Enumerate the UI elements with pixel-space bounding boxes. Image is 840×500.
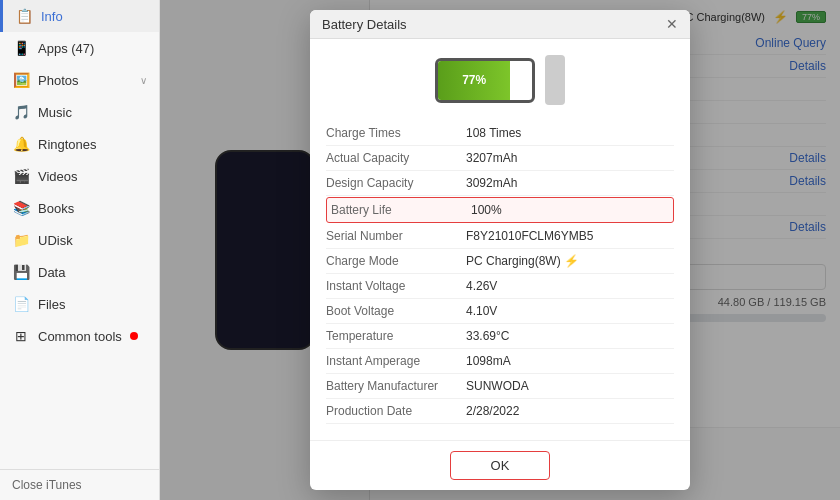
data-icon: 💾 [12, 264, 30, 280]
videos-icon: 🎬 [12, 168, 30, 184]
apps-icon: 📱 [12, 40, 30, 56]
sidebar-label-files: Files [38, 297, 65, 312]
dialog-overlay: Battery Details ✕ 77% Charge Times [160, 0, 840, 500]
common-icon: ⊞ [12, 328, 30, 344]
detail-actual-capacity-value: 3207mAh [466, 151, 517, 165]
detail-row-manufacturer: Battery Manufacturer SUNWODA [326, 374, 674, 399]
detail-temperature-value: 33.69°C [466, 329, 510, 343]
sidebar-label-common: Common tools [38, 329, 122, 344]
lightning-icon2: ⚡ [564, 254, 579, 268]
detail-instant-voltage-value: 4.26V [466, 279, 497, 293]
detail-row-production-date: Production Date 2/28/2022 [326, 399, 674, 424]
detail-chargemode-value: PC Charging(8W) ⚡ [466, 254, 579, 268]
detail-design-capacity-value: 3092mAh [466, 176, 517, 190]
books-icon: 📚 [12, 200, 30, 216]
detail-row-serial: Serial Number F8Y21010FCLM6YMB5 [326, 224, 674, 249]
dialog-close-button[interactable]: ✕ [666, 16, 678, 32]
detail-row-chargetimes: Charge Times 108 Times [326, 121, 674, 146]
sidebar-item-photos[interactable]: 🖼️ Photos ∨ [0, 64, 159, 96]
sidebar-label-data: Data [38, 265, 65, 280]
battery-outer: 77% [435, 58, 535, 103]
sidebar: 📋 Info 📱 Apps (47) 🖼️ Photos ∨ 🎵 Music 🔔… [0, 0, 160, 500]
battery-visual: 77% [326, 55, 674, 105]
dialog-title: Battery Details [322, 17, 407, 32]
detail-boot-voltage-value: 4.10V [466, 304, 497, 318]
sidebar-item-apps[interactable]: 📱 Apps (47) [0, 32, 159, 64]
sidebar-label-apps: Apps (47) [38, 41, 94, 56]
sidebar-item-books[interactable]: 📚 Books [0, 192, 159, 224]
detail-row-boot-voltage: Boot Voltage 4.10V [326, 299, 674, 324]
dialog-titlebar: Battery Details ✕ [310, 10, 690, 39]
sidebar-item-udisk[interactable]: 📁 UDisk [0, 224, 159, 256]
detail-chargetimes-value: 108 Times [466, 126, 521, 140]
detail-actual-capacity-label: Actual Capacity [326, 151, 466, 165]
sidebar-label-info: Info [41, 9, 63, 24]
sidebar-item-ringtones[interactable]: 🔔 Ringtones [0, 128, 159, 160]
sidebar-item-files[interactable]: 📄 Files [0, 288, 159, 320]
detail-temperature-label: Temperature [326, 329, 466, 343]
sidebar-label-videos: Videos [38, 169, 78, 184]
detail-chargetimes-label: Charge Times [326, 126, 466, 140]
detail-battery-life-label: Battery Life [331, 203, 471, 217]
sidebar-item-common[interactable]: ⊞ Common tools [0, 320, 159, 352]
detail-instant-amperage-value: 1098mA [466, 354, 511, 368]
detail-row-temperature: Temperature 33.69°C [326, 324, 674, 349]
close-itunes-button[interactable]: Close iTunes [0, 470, 159, 500]
detail-manufacturer-label: Battery Manufacturer [326, 379, 466, 393]
sidebar-label-udisk: UDisk [38, 233, 73, 248]
sidebar-label-books: Books [38, 201, 74, 216]
ok-button[interactable]: OK [450, 451, 551, 480]
sidebar-label-music: Music [38, 105, 72, 120]
ringtones-icon: 🔔 [12, 136, 30, 152]
sidebar-item-music[interactable]: 🎵 Music [0, 96, 159, 128]
dialog-body: 77% Charge Times 108 Times Actual Capaci… [310, 39, 690, 440]
dialog-footer: OK [310, 440, 690, 490]
battery-fill: 77% [438, 61, 510, 100]
sidebar-item-info[interactable]: 📋 Info [0, 0, 159, 32]
detail-row-actual-capacity: Actual Capacity 3207mAh [326, 146, 674, 171]
detail-serial-label: Serial Number [326, 229, 466, 243]
detail-battery-life-value: 100% [471, 203, 502, 217]
files-icon: 📄 [12, 296, 30, 312]
detail-row-battery-life: Battery Life 100% [326, 197, 674, 223]
music-icon: 🎵 [12, 104, 30, 120]
detail-serial-value: F8Y21010FCLM6YMB5 [466, 229, 593, 243]
photos-icon: 🖼️ [12, 72, 30, 88]
sidebar-label-ringtones: Ringtones [38, 137, 97, 152]
detail-boot-voltage-label: Boot Voltage [326, 304, 466, 318]
close-itunes-label: Close iTunes [12, 478, 82, 492]
battery-connector [545, 55, 565, 105]
battery-pct-text: 77% [462, 73, 486, 87]
info-icon: 📋 [15, 8, 33, 24]
detail-instant-voltage-label: Instant Voltage [326, 279, 466, 293]
detail-row-instant-amperage: Instant Amperage 1098mA [326, 349, 674, 374]
detail-manufacturer-value: SUNWODA [466, 379, 529, 393]
sidebar-label-photos: Photos [38, 73, 78, 88]
sidebar-item-data[interactable]: 💾 Data [0, 256, 159, 288]
sidebar-item-videos[interactable]: 🎬 Videos [0, 160, 159, 192]
main-content: PC Charging(8W) ⚡ 77% Apple ID Lock On O… [160, 0, 840, 500]
battery-details-dialog: Battery Details ✕ 77% Charge Times [310, 10, 690, 490]
common-badge [130, 332, 138, 340]
sidebar-bottom: Close iTunes [0, 469, 159, 500]
detail-row-design-capacity: Design Capacity 3092mAh [326, 171, 674, 196]
detail-row-instant-voltage: Instant Voltage 4.26V [326, 274, 674, 299]
udisk-icon: 📁 [12, 232, 30, 248]
detail-production-date-value: 2/28/2022 [466, 404, 519, 418]
detail-row-chargemode: Charge Mode PC Charging(8W) ⚡ [326, 249, 674, 274]
detail-instant-amperage-label: Instant Amperage [326, 354, 466, 368]
chevron-down-icon: ∨ [140, 75, 147, 86]
detail-chargemode-label: Charge Mode [326, 254, 466, 268]
detail-production-date-label: Production Date [326, 404, 466, 418]
detail-design-capacity-label: Design Capacity [326, 176, 466, 190]
